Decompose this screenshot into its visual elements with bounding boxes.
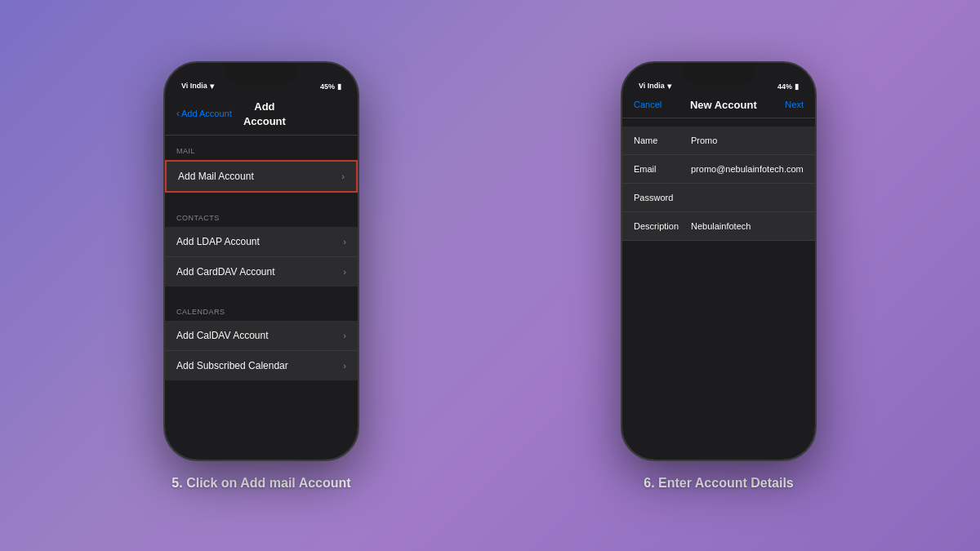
nav-bar-2: Cancel New Account Next	[622, 94, 815, 118]
form-value-description[interactable]: Nebulainfotech	[691, 221, 804, 231]
carddav-chevron: ›	[343, 267, 346, 277]
status-left-1: Vi India ▾	[181, 82, 214, 91]
battery-icon-1: ▮	[337, 82, 341, 91]
form-value-email[interactable]: promo@nebulainfotech.com	[691, 164, 804, 174]
ldap-chevron: ›	[343, 237, 346, 247]
battery-percent-2: 44%	[777, 82, 792, 91]
calendars-group: Add CalDAV Account › Add Subscribed Cale…	[165, 321, 358, 380]
wifi-icon-2: ▾	[667, 82, 671, 91]
page-container: Vi India ▾ 45% ▮ ‹ Add Account Add	[0, 0, 980, 551]
nav-title-1: Add Account	[243, 100, 286, 127]
form-content: Name Promo Email promo@nebulainfotech.co…	[622, 118, 815, 460]
battery-percent-1: 45%	[320, 82, 335, 91]
status-left-2: Vi India ▾	[639, 82, 671, 91]
caldav-chevron: ›	[343, 331, 346, 340]
form-label-password: Password	[634, 193, 691, 202]
nav-back-label-1: Add Account	[181, 109, 232, 118]
subscribed-chevron: ›	[343, 361, 346, 371]
form-row-email: Email promo@nebulainfotech.com	[622, 155, 815, 184]
add-subscribed-calendar-item[interactable]: Add Subscribed Calendar ›	[165, 351, 358, 380]
nav-bar-1: ‹ Add Account Add Account	[165, 94, 358, 136]
mail-group: Add Mail Account ›	[165, 160, 358, 193]
add-caldav-account-item[interactable]: Add CalDAV Account ›	[165, 321, 358, 351]
add-mail-account-item[interactable]: Add Mail Account ›	[165, 160, 358, 193]
battery-icon-2: ▮	[795, 82, 799, 91]
add-subscribed-label: Add Subscribed Calendar	[176, 360, 288, 371]
form-label-name: Name	[634, 136, 691, 145]
cancel-button[interactable]: Cancel	[634, 100, 662, 109]
contacts-group: Add LDAP Account › Add CardDAV Account ›	[165, 227, 358, 287]
form-row-password: Password	[622, 184, 815, 212]
status-bar-2: Vi India ▾ 44% ▮	[622, 63, 815, 94]
wifi-icon-1: ▾	[210, 82, 214, 91]
status-right-2: 44% ▮	[777, 82, 799, 91]
add-ldap-label: Add LDAP Account	[176, 236, 260, 247]
add-caldav-label: Add CalDAV Account	[176, 330, 269, 341]
phone-section-1: Vi India ▾ 45% ▮ ‹ Add Account Add	[163, 61, 359, 491]
screen-content-1: MAIL Add Mail Account › CONTACTS Add LDA…	[165, 136, 358, 460]
section-header-calendars: CALENDARS	[165, 296, 358, 321]
form-value-name[interactable]: Promo	[691, 136, 804, 145]
form-label-email: Email	[634, 164, 691, 174]
form-row-name: Name Promo	[622, 127, 815, 155]
add-mail-account-label: Add Mail Account	[178, 171, 254, 182]
carrier-1: Vi India	[181, 82, 207, 90]
phone-frame-1: Vi India ▾ 45% ▮ ‹ Add Account Add	[163, 61, 359, 461]
add-carddav-account-item[interactable]: Add CardDAV Account ›	[165, 257, 358, 287]
form-row-description: Description Nebulainfotech	[622, 212, 815, 241]
section-header-contacts: CONTACTS	[165, 202, 358, 227]
nav-back-button-1[interactable]: ‹ Add Account	[176, 108, 232, 119]
add-carddav-label: Add CardDAV Account	[176, 266, 275, 278]
back-chevron-1: ‹	[176, 108, 180, 119]
form-label-description: Description	[634, 221, 691, 231]
phone-screen-1: Vi India ▾ 45% ▮ ‹ Add Account Add	[165, 63, 358, 460]
phone-frame-2: Vi India ▾ 44% ▮ Cancel New Account Next	[621, 61, 817, 461]
caption-2: 6. Enter Account Details	[644, 476, 793, 491]
next-button[interactable]: Next	[785, 100, 804, 109]
mail-chevron: ›	[341, 171, 345, 181]
carrier-2: Vi India	[639, 82, 665, 90]
phone-section-2: Vi India ▾ 44% ▮ Cancel New Account Next	[621, 61, 817, 491]
nav-title-area-1: Add Account	[232, 99, 297, 128]
add-ldap-account-item[interactable]: Add LDAP Account ›	[165, 227, 358, 257]
nav-title-2: New Account	[690, 99, 757, 111]
phone-screen-2: Vi India ▾ 44% ▮ Cancel New Account Next	[622, 63, 815, 460]
caption-1: 5. Click on Add mail Account	[172, 476, 350, 491]
status-right-1: 45% ▮	[320, 82, 341, 91]
status-bar-1: Vi India ▾ 45% ▮	[165, 63, 358, 94]
section-header-mail: MAIL	[165, 136, 358, 160]
